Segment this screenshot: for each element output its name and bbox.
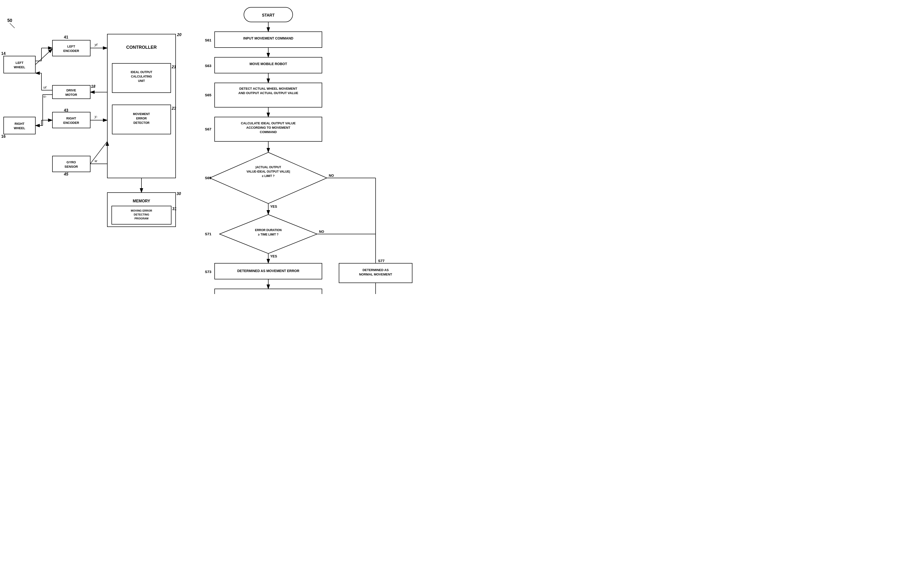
left-wheel-box bbox=[4, 56, 36, 73]
right-encoder-label: RIGHT bbox=[66, 117, 76, 120]
s65-text2: AND OUTPUT ACTUAL OUTPUT VALUE bbox=[238, 91, 298, 95]
label-45: 45 bbox=[64, 172, 68, 176]
right-wheel-label: RIGHT bbox=[15, 122, 25, 125]
label-23: 23 bbox=[171, 106, 176, 110]
conn-gyro-ctrl-diag bbox=[90, 141, 107, 164]
label-14: 14 bbox=[1, 51, 6, 56]
controller-label: CONTROLLER bbox=[126, 45, 157, 50]
s65-text1: DETECT ACTUAL WHEEL MOVEMENT bbox=[239, 87, 297, 90]
right-wheel-box bbox=[4, 117, 36, 134]
s75-box bbox=[215, 289, 322, 294]
moving-error-program-label1: MOVING ERROR bbox=[131, 209, 152, 212]
s77-text1: DETERMINED AS bbox=[362, 268, 389, 272]
s71-text1: ERROR DURATION bbox=[255, 228, 281, 232]
s69-no-label: NO bbox=[329, 174, 334, 177]
u-r-label: uᵣ bbox=[43, 94, 46, 98]
s77-step: S77 bbox=[378, 259, 385, 263]
movement-error-label2: ERROR bbox=[136, 117, 147, 120]
s73-step: S73 bbox=[205, 270, 212, 274]
y-l-label: yℓ bbox=[94, 43, 97, 46]
s69-diamond bbox=[210, 152, 327, 204]
s71-yes-label: YES bbox=[270, 254, 277, 258]
s63-text: MOVE MOBILE ROBOT bbox=[250, 62, 287, 66]
s63-step: S63 bbox=[205, 63, 212, 68]
drive-motor-label2: MOTOR bbox=[65, 93, 77, 97]
gyro-sensor-label: GYRO bbox=[66, 161, 76, 164]
moving-error-program-label3: PROGRAM bbox=[134, 217, 148, 220]
svg-line-0 bbox=[10, 23, 15, 28]
left-encoder-label2: ENCODER bbox=[63, 49, 79, 52]
left-encoder-label: LEFT bbox=[67, 45, 76, 48]
s71-step: S71 bbox=[205, 232, 212, 236]
s67-text3: COMMAND bbox=[260, 130, 276, 134]
s71-text2: ≥ TIME LIMIT ? bbox=[258, 233, 278, 236]
left-wheel-label: LEFT bbox=[15, 61, 24, 65]
controller-box bbox=[107, 34, 176, 178]
ideal-output-label2: CALCULATING bbox=[131, 75, 152, 78]
movement-error-label1: MOVEMENT bbox=[133, 113, 150, 116]
s69-text3: ≥ LIMIT ? bbox=[262, 174, 275, 178]
s65-box bbox=[215, 83, 322, 107]
s67-step: S67 bbox=[205, 127, 212, 131]
memory-label: MEMORY bbox=[133, 199, 150, 203]
gyro-sensor-label2: SENSOR bbox=[65, 165, 78, 168]
label-30: 30 bbox=[176, 191, 181, 196]
left-wheel-to-encoder bbox=[36, 49, 53, 65]
u-l-label: uℓ bbox=[43, 85, 46, 89]
s65-step: S65 bbox=[205, 93, 212, 97]
s77-text2: NORMAL MOVEMENT bbox=[359, 273, 392, 276]
label-21: 21 bbox=[171, 65, 176, 69]
label-41: 41 bbox=[64, 35, 68, 39]
s73-text: DETERMINED AS MOVEMENT ERROR bbox=[237, 269, 300, 273]
y-r-label: yᵣ bbox=[94, 114, 97, 119]
label-18: 18 bbox=[91, 84, 95, 88]
w-label: w bbox=[95, 159, 97, 163]
s67-text2: ACCORDING TO MOVEMENT bbox=[246, 126, 290, 130]
moving-error-program-label2: DETECTING bbox=[134, 213, 149, 216]
label-43: 43 bbox=[64, 108, 68, 113]
s69-yes-label: YES bbox=[270, 205, 277, 208]
movement-error-label3: DETECTOR bbox=[133, 121, 150, 125]
s69-text1: |ACTUAL OUTPUT bbox=[255, 165, 281, 169]
ideal-output-label1: IDEAL OUTPUT bbox=[131, 71, 153, 74]
label-16: 16 bbox=[1, 134, 6, 139]
right-wheel-label2: WHEEL bbox=[14, 126, 25, 130]
left-wheel-label2: WHEEL bbox=[14, 65, 25, 69]
diagram-container: 50 LEFT WHEEL 14 RIGHT WHEEL 16 LEFT ENC… bbox=[0, 0, 450, 294]
label-31: 31 bbox=[172, 207, 176, 211]
label-50: 50 bbox=[7, 18, 12, 23]
s61-step: S61 bbox=[205, 38, 212, 42]
s61-text: INPUT MOVEMENT COMMAND bbox=[243, 36, 293, 40]
label-20: 20 bbox=[177, 32, 181, 37]
start-label: START bbox=[262, 13, 275, 17]
s69-text2: VALUE-IDEAL OUTPUT VALUE| bbox=[247, 170, 290, 173]
s75-text: CONTROL MOBILE ROBOT bbox=[246, 293, 290, 294]
drive-motor-label: DRIVE bbox=[66, 88, 76, 92]
s71-no-label: NO bbox=[319, 230, 324, 233]
s67-text1: CALCULATE IDEAL OUTPUT VALUE bbox=[241, 121, 296, 125]
right-encoder-label2: ENCODER bbox=[63, 121, 79, 125]
ideal-output-label3: UNIT bbox=[138, 79, 145, 83]
s69-step: S69 bbox=[205, 176, 212, 180]
